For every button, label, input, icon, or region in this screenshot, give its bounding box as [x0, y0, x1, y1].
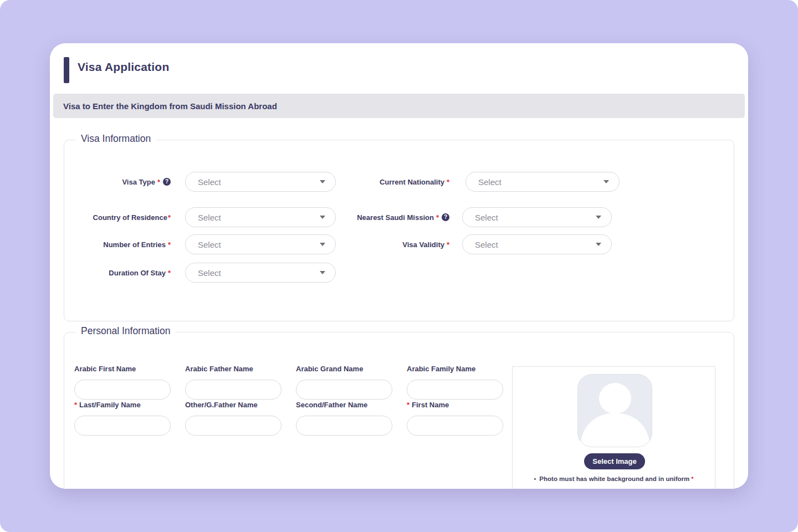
help-icon[interactable]: ?	[442, 213, 449, 221]
avatar-placeholder	[577, 374, 652, 447]
required-marker: *	[447, 178, 449, 186]
field-arabic-family-name: Arabic Family Name	[407, 365, 503, 400]
last-family-name-input[interactable]	[74, 416, 171, 436]
visa-validity-label: Visa Validity *	[286, 234, 449, 254]
arabic-first-name-input[interactable]	[74, 380, 171, 400]
visa-application-card: Visa Application Visa to Enter the Kingd…	[50, 43, 748, 489]
photo-upload-panel: Select Image •Photo must has white backg…	[512, 366, 715, 489]
required-marker: *	[168, 213, 171, 222]
arabic-father-name-input[interactable]	[185, 380, 282, 400]
duration-of-stay-label: Duration Of Stay *	[64, 263, 171, 283]
duration-of-stay-select[interactable]: Select	[185, 263, 336, 283]
field-first-name: *First Name	[407, 401, 503, 436]
current-nationality-label: Current Nationality *	[286, 172, 449, 192]
personal-information-section: Personal Information Arabic First Name A…	[64, 332, 734, 489]
current-nationality-select[interactable]: Select	[466, 172, 620, 192]
title-accent-bar	[64, 57, 69, 83]
visa-information-section: Visa Information Visa Type * ? Select Cu…	[64, 140, 734, 321]
required-marker: *	[447, 241, 449, 249]
field-last-family-name: *Last/Family Name	[74, 401, 171, 436]
other-gfather-name-label: Other/G.Father Name	[185, 401, 282, 410]
required-marker: *	[74, 401, 77, 409]
field-other-gfather-name: Other/G.Father Name	[185, 401, 282, 436]
required-marker: *	[168, 269, 171, 277]
arabic-family-name-input[interactable]	[407, 380, 503, 400]
visa-validity-select[interactable]: Select	[462, 234, 612, 254]
arabic-first-name-label: Arabic First Name	[74, 365, 171, 374]
second-father-name-input[interactable]	[296, 416, 392, 436]
country-of-residence-label: Country of Residence *	[64, 207, 171, 227]
person-icon	[599, 383, 631, 414]
nearest-saudi-mission-label: Nearest Saudi Mission * ?	[286, 207, 449, 227]
required-marker: *	[157, 178, 160, 186]
arabic-grand-name-input[interactable]	[296, 380, 392, 400]
field-arabic-first-name: Arabic First Name	[74, 365, 171, 400]
field-second-father-name: Second/Father Name	[296, 401, 392, 436]
page-background: Visa Application Visa to Enter the Kingd…	[0, 0, 798, 532]
arabic-family-name-label: Arabic Family Name	[407, 365, 503, 374]
section-header-bar: Visa to Enter the Kingdom from Saudi Mis…	[53, 94, 745, 118]
personal-information-legend: Personal Information	[75, 325, 176, 337]
bullet-icon: •	[534, 475, 536, 482]
help-icon[interactable]: ?	[163, 178, 171, 186]
required-marker: *	[691, 475, 693, 482]
second-father-name-label: Second/Father Name	[296, 401, 392, 410]
chevron-down-icon	[603, 180, 609, 183]
required-marker: *	[168, 241, 171, 249]
visa-information-legend: Visa Information	[75, 133, 156, 145]
chevron-down-icon	[320, 271, 325, 274]
required-marker: *	[436, 213, 439, 222]
page-title: Visa Application	[78, 60, 169, 74]
chevron-down-icon	[596, 216, 601, 219]
first-name-label: *First Name	[407, 401, 503, 410]
section-header-text: Visa to Enter the Kingdom from Saudi Mis…	[63, 101, 277, 111]
chevron-down-icon	[596, 243, 601, 246]
select-image-button[interactable]: Select Image	[584, 453, 645, 469]
other-gfather-name-input[interactable]	[185, 416, 282, 436]
arabic-grand-name-label: Arabic Grand Name	[296, 365, 392, 374]
last-family-name-label: *Last/Family Name	[74, 401, 171, 410]
photo-requirement-note: •Photo must has white background and in …	[513, 475, 715, 482]
nearest-saudi-mission-select[interactable]: Select	[462, 207, 612, 227]
required-marker: *	[407, 401, 410, 409]
field-arabic-grand-name: Arabic Grand Name	[296, 365, 392, 400]
number-of-entries-label: Number of Entries *	[64, 234, 171, 254]
first-name-input[interactable]	[407, 416, 503, 436]
visa-type-label: Visa Type * ?	[64, 172, 171, 192]
arabic-father-name-label: Arabic Father Name	[185, 365, 282, 374]
field-arabic-father-name: Arabic Father Name	[185, 365, 282, 400]
